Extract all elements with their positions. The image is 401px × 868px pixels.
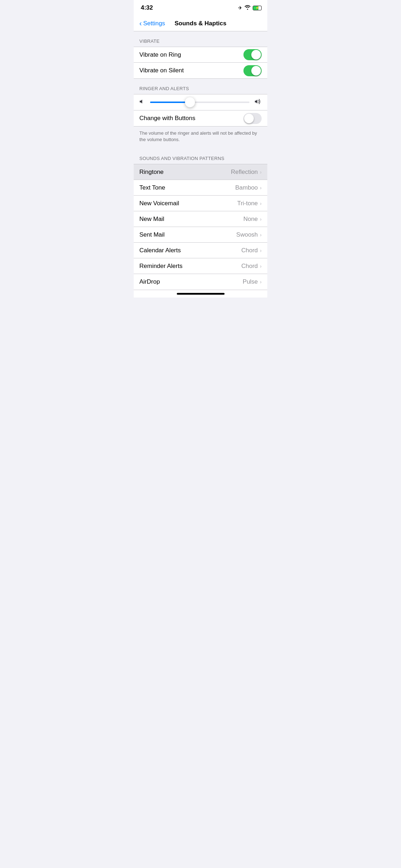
new-voicemail-row[interactable]: New Voicemail Tri-tone › [134, 196, 267, 211]
calendar-alerts-row[interactable]: Calendar Alerts Chord › [134, 243, 267, 258]
volume-low-icon [139, 99, 145, 106]
status-time: 4:32 [141, 4, 153, 11]
back-label: Settings [143, 20, 165, 27]
reminder-alerts-right: Chord › [241, 263, 262, 270]
ringer-alerts-section-header: RINGER AND ALERTS [134, 79, 267, 94]
volume-high-icon [255, 99, 262, 106]
reminder-alerts-chevron-icon: › [260, 263, 262, 269]
new-mail-right: None › [243, 216, 262, 223]
wifi-icon [245, 5, 251, 11]
text-tone-chevron-icon: › [260, 185, 262, 191]
sent-mail-label: Sent Mail [139, 231, 165, 238]
change-with-buttons-toggle[interactable] [243, 113, 262, 124]
volume-slider-fill [150, 102, 190, 103]
slider-container [139, 99, 262, 106]
new-voicemail-right: Tri-tone › [237, 200, 262, 207]
sent-mail-row[interactable]: Sent Mail Swoosh › [134, 227, 267, 243]
ringtone-value: Reflection [231, 169, 258, 176]
ringtone-row[interactable]: Ringtone Reflection › [134, 164, 267, 180]
change-with-buttons-toggle-knob [244, 114, 254, 123]
new-voicemail-label: New Voicemail [139, 200, 179, 207]
calendar-alerts-label: Calendar Alerts [139, 247, 181, 254]
back-chevron-icon: ‹ [139, 19, 142, 27]
home-bar [177, 293, 225, 295]
vibrate-on-ring-label: Vibrate on Ring [139, 51, 181, 58]
new-voicemail-chevron-icon: › [260, 201, 262, 206]
text-tone-row[interactable]: Text Tone Bamboo › [134, 180, 267, 196]
calendar-alerts-right: Chord › [241, 247, 262, 254]
calendar-alerts-value: Chord [241, 247, 258, 254]
vibrate-section-header: VIBRATE [134, 31, 267, 47]
sounds-patterns-group: Ringtone Reflection › Text Tone Bamboo ›… [134, 164, 267, 290]
status-icons: ✈ ⚡ [238, 5, 262, 11]
vibrate-on-ring-toggle[interactable] [243, 49, 262, 60]
airdrop-chevron-icon: › [260, 279, 262, 285]
ringtone-chevron-icon: › [260, 169, 262, 175]
ringtone-label: Ringtone [139, 169, 164, 176]
airdrop-label: AirDrop [139, 278, 160, 285]
vibrate-on-silent-toggle[interactable] [243, 65, 262, 76]
ringer-info-text: The volume of the ringer and alerts will… [134, 126, 267, 149]
vibrate-on-silent-toggle-knob [251, 66, 261, 76]
sent-mail-chevron-icon: › [260, 232, 262, 238]
volume-slider-track[interactable] [150, 102, 250, 103]
page-title: Sounds & Haptics [175, 20, 226, 27]
home-indicator [134, 290, 267, 298]
vibrate-group: Vibrate on Ring Vibrate on Silent [134, 47, 267, 79]
new-mail-chevron-icon: › [260, 216, 262, 222]
vibrate-on-ring-row[interactable]: Vibrate on Ring [134, 47, 267, 63]
new-mail-row[interactable]: New Mail None › [134, 211, 267, 227]
reminder-alerts-label: Reminder Alerts [139, 263, 182, 270]
back-button[interactable]: ‹ Settings [139, 20, 165, 27]
volume-slider-thumb[interactable] [185, 97, 195, 107]
new-mail-label: New Mail [139, 216, 164, 223]
vibrate-on-silent-row[interactable]: Vibrate on Silent [134, 63, 267, 78]
new-mail-value: None [243, 216, 258, 223]
volume-slider-row[interactable] [134, 94, 267, 110]
battery-icon: ⚡ [253, 6, 262, 10]
change-with-buttons-row[interactable]: Change with Buttons [134, 110, 267, 126]
sent-mail-value: Swoosh [236, 231, 258, 238]
nav-bar: ‹ Settings Sounds & Haptics [134, 16, 267, 31]
sent-mail-right: Swoosh › [236, 231, 262, 238]
text-tone-label: Text Tone [139, 184, 165, 191]
reminder-alerts-value: Chord [241, 263, 258, 270]
vibrate-on-silent-label: Vibrate on Silent [139, 67, 184, 74]
calendar-alerts-chevron-icon: › [260, 248, 262, 253]
text-tone-value: Bamboo [235, 184, 258, 191]
new-voicemail-value: Tri-tone [237, 200, 258, 207]
ringtone-right: Reflection › [231, 169, 262, 176]
airdrop-right: Pulse › [243, 278, 262, 285]
airplane-icon: ✈ [238, 5, 242, 11]
text-tone-right: Bamboo › [235, 184, 262, 191]
vibrate-on-ring-toggle-knob [251, 50, 261, 60]
status-bar: 4:32 ✈ ⚡ [134, 0, 267, 16]
reminder-alerts-row[interactable]: Reminder Alerts Chord › [134, 258, 267, 274]
change-with-buttons-label: Change with Buttons [139, 115, 195, 122]
ringer-alerts-group: Change with Buttons [134, 94, 267, 126]
sounds-patterns-header: SOUNDS AND VIBRATION PATTERNS [134, 149, 267, 164]
airdrop-value: Pulse [243, 278, 258, 285]
airdrop-row[interactable]: AirDrop Pulse › [134, 274, 267, 290]
